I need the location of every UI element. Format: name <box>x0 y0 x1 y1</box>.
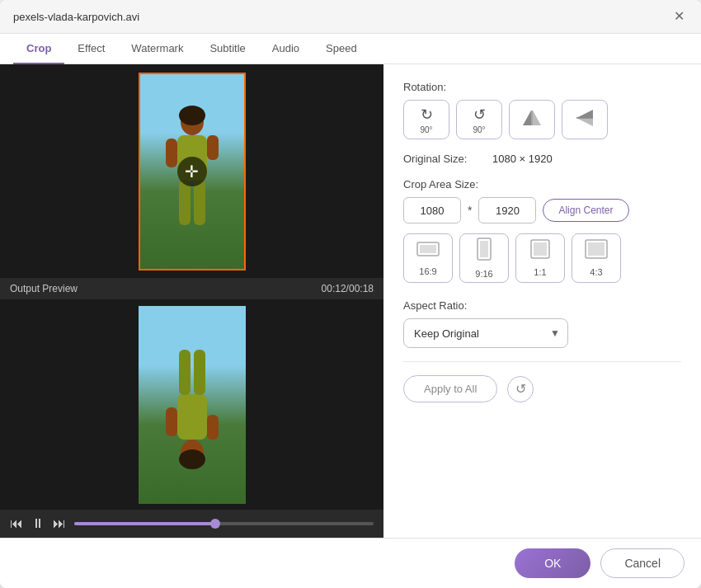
svg-rect-11 <box>207 415 219 440</box>
output-preview-label: Output Preview <box>10 283 78 294</box>
dialog-window: pexels-vlada-karpovich.avi ✕ Crop Effect… <box>0 0 701 588</box>
tab-bar: Crop Effect Watermark Subtitle Audio Spe… <box>0 34 701 64</box>
svg-point-1 <box>179 106 205 125</box>
main-content: ✛ Output Preview 00:12/00:18 <box>0 64 701 538</box>
rotate-cw-label: 90° <box>420 125 432 134</box>
crop-frame[interactable]: ✛ <box>139 73 246 270</box>
cancel-button[interactable]: Cancel <box>600 548 685 578</box>
progress-fill <box>74 522 215 525</box>
rotation-section: Rotation: ↻ 90° ↺ 90° <box>403 81 681 139</box>
tab-speed[interactable]: Speed <box>313 34 370 64</box>
ar-16-9-label: 16:9 <box>419 266 436 276</box>
progress-track[interactable] <box>74 522 374 525</box>
person-figure-flipped <box>159 306 225 471</box>
ar-9-16-label: 9:16 <box>475 269 492 279</box>
pause-button[interactable]: ⏸ <box>31 516 45 531</box>
ar-16-9-icon <box>416 240 440 263</box>
playback-bar: ⏮ ⏸ ⏭ <box>0 510 383 538</box>
rotate-ccw-label: 90° <box>473 125 485 134</box>
tab-crop[interactable]: Crop <box>13 34 64 64</box>
svg-rect-12 <box>179 350 191 395</box>
svg-rect-5 <box>179 180 191 225</box>
svg-marker-18 <box>576 118 593 126</box>
ar-1-1-button[interactable]: 1:1 <box>515 233 565 283</box>
tab-effect[interactable]: Effect <box>64 34 118 64</box>
aspect-ratio-label: Aspect Ratio: <box>403 299 681 312</box>
ar-9-16-button[interactable]: 9:16 <box>459 233 509 283</box>
rotate-ccw-icon: ↺ <box>473 106 486 124</box>
svg-rect-21 <box>420 245 436 253</box>
refresh-icon: ↺ <box>515 381 526 397</box>
ar-16-9-button[interactable]: 16:9 <box>403 233 453 283</box>
rotate-cw-icon: ↻ <box>421 106 433 124</box>
title-bar: pexels-vlada-karpovich.avi ✕ <box>0 0 701 34</box>
aspect-ratio-dropdown-wrap: Keep Original 16:9 9:16 1:1 4:3 21:9 Cus… <box>403 318 568 348</box>
rotation-label: Rotation: <box>403 81 681 93</box>
prev-button[interactable]: ⏮ <box>10 516 23 531</box>
svg-rect-4 <box>207 135 219 160</box>
ar-9-16-icon <box>475 238 493 266</box>
flip-h-icon <box>522 109 542 131</box>
svg-marker-14 <box>523 111 531 125</box>
svg-marker-17 <box>576 110 593 118</box>
apply-row: Apply to All ↺ <box>403 375 681 402</box>
rotate-ccw-button[interactable]: ↺ 90° <box>456 100 502 139</box>
ar-1-1-icon <box>530 239 550 264</box>
flip-v-icon <box>575 109 595 131</box>
flip-vertical-button[interactable] <box>562 100 608 139</box>
tab-watermark[interactable]: Watermark <box>118 34 196 64</box>
output-video-area <box>0 299 383 510</box>
apply-to-all-button[interactable]: Apply to All <box>403 375 497 402</box>
rotate-cw-button[interactable]: ↻ 90° <box>403 100 449 139</box>
align-center-button[interactable]: Align Center <box>543 199 628 222</box>
svg-rect-13 <box>194 350 205 395</box>
divider <box>403 361 681 362</box>
reset-button[interactable]: ↺ <box>507 376 534 402</box>
input-preview-area: ✛ <box>0 64 383 278</box>
flip-horizontal-button[interactable] <box>509 100 555 139</box>
ok-button[interactable]: OK <box>515 548 590 578</box>
aspect-ratio-select[interactable]: Keep Original 16:9 9:16 1:1 4:3 21:9 Cus… <box>403 318 568 348</box>
ar-4-3-button[interactable]: 4:3 <box>572 233 621 283</box>
window-title: pexels-vlada-karpovich.avi <box>13 11 139 23</box>
person-figure <box>159 104 225 269</box>
original-size-row: Original Size: 1080 × 1920 <box>403 153 681 165</box>
svg-marker-15 <box>533 111 541 125</box>
ar-4-3-label: 4:3 <box>590 267 602 277</box>
time-display: 00:12/00:18 <box>322 283 374 294</box>
original-size-value: 1080 × 1920 <box>492 153 553 165</box>
crop-inputs: * Align Center <box>403 197 681 223</box>
ar-4-3-icon <box>585 239 608 264</box>
tab-subtitle[interactable]: Subtitle <box>196 34 258 64</box>
svg-rect-25 <box>534 242 547 256</box>
svg-rect-23 <box>480 241 488 257</box>
output-video-frame <box>139 306 246 504</box>
svg-rect-9 <box>177 394 207 440</box>
move-cursor-icon: ✛ <box>177 157 207 186</box>
svg-rect-3 <box>166 139 177 167</box>
ar-1-1-label: 1:1 <box>534 267 546 277</box>
crop-area-label: Crop Area Size: <box>403 178 681 191</box>
multiply-sign: * <box>468 204 472 217</box>
tab-audio[interactable]: Audio <box>259 34 313 64</box>
svg-rect-27 <box>588 242 605 256</box>
aspect-ratio-section: Aspect Ratio: Keep Original 16:9 9:16 1:… <box>403 299 681 348</box>
crop-width-input[interactable] <box>403 197 461 223</box>
left-panel: ✛ Output Preview 00:12/00:18 <box>0 64 383 538</box>
footer: OK Cancel <box>0 538 701 588</box>
next-button[interactable]: ⏭ <box>53 516 66 531</box>
aspect-ratio-preset-buttons: 16:9 9:16 1:1 <box>403 233 681 283</box>
progress-thumb[interactable] <box>210 519 220 529</box>
rotation-buttons: ↻ 90° ↺ 90° <box>403 100 681 139</box>
close-button[interactable]: ✕ <box>670 8 688 25</box>
svg-rect-10 <box>166 407 177 436</box>
svg-rect-6 <box>194 180 205 225</box>
original-size-label: Original Size: <box>403 153 486 165</box>
right-panel: Rotation: ↻ 90° ↺ 90° <box>383 64 701 538</box>
crop-area-section: Crop Area Size: * Align Center 16:9 <box>403 178 681 286</box>
output-preview-bar: Output Preview 00:12/00:18 <box>0 278 383 299</box>
crop-height-input[interactable] <box>478 197 536 223</box>
